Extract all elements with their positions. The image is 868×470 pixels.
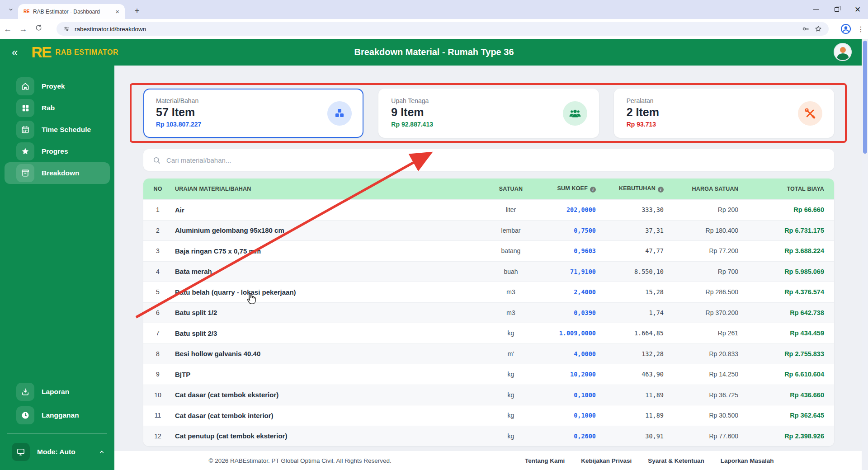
cell-total-biaya: Rp 642.738	[748, 309, 834, 316]
table-row[interactable]: 12 Cat penutup (cat tembok eksterior) kg…	[143, 426, 834, 446]
summary-card-material-bahan[interactable]: Material/Bahan 57 Item Rp 103.807.227	[143, 89, 363, 138]
card-count: 9 Item	[391, 106, 586, 119]
card-amount: Rp 93.713	[627, 121, 821, 128]
table-row[interactable]: 7 Batu split 2/3 kg 1.009,0000 1.664,85 …	[143, 323, 834, 343]
cell-harga-satuan: Rp 700	[674, 268, 748, 275]
cell-sum-koef: 0,1000	[538, 391, 606, 399]
window-minimize-button[interactable]	[806, 0, 826, 19]
cell-sum-koef: 71,9100	[538, 268, 606, 275]
reload-button[interactable]	[31, 24, 46, 34]
forward-button[interactable]: →	[15, 24, 31, 34]
cell-satuan: kg	[484, 412, 538, 419]
browser-profile-icon[interactable]	[840, 23, 852, 35]
cell-no: 11	[143, 412, 172, 419]
info-icon[interactable]: i	[590, 187, 596, 193]
new-tab-button[interactable]: +	[130, 4, 144, 18]
footer-link-laporkan-masalah[interactable]: Laporkan Masalah	[721, 457, 774, 464]
cell-harga-satuan: Rp 14.250	[674, 371, 748, 378]
cell-kebutuhan: 333,30	[606, 206, 674, 213]
tab-close-icon[interactable]: ×	[113, 8, 121, 15]
sidebar-item-proyek[interactable]: Proyek	[5, 75, 110, 97]
bookmark-star-icon[interactable]	[814, 25, 822, 33]
cell-satuan: batang	[484, 247, 538, 254]
cell-name: Batu split 1/2	[172, 309, 484, 316]
footer-link-tentang-kami[interactable]: Tentang Kami	[525, 457, 565, 464]
summary-card-peralatan[interactable]: Peralatan 2 Item Rp 93.713	[614, 89, 834, 138]
cell-harga-satuan: Rp 77.200	[674, 247, 748, 254]
cell-satuan: m'	[484, 350, 538, 357]
summary-card-upah-tenaga[interactable]: Upah Tenaga 9 Item Rp 92.887.413	[378, 89, 599, 138]
cell-name: BjTP	[172, 371, 484, 378]
table-row[interactable]: 5 Batu belah (quarry - lokasi pekerjaan)…	[143, 282, 834, 302]
cell-total-biaya: Rp 6.610.604	[748, 371, 834, 378]
cell-name: Cat dasar (cat tembok interior)	[172, 412, 484, 419]
sidebar-item-time-schedule[interactable]: Time Schedule	[5, 119, 110, 141]
table-row[interactable]: 1 Air liter 202,0000 333,30 Rp 200 Rp 66…	[143, 199, 834, 220]
sidebar-item-label: Laporan	[42, 388, 69, 396]
user-avatar[interactable]	[834, 43, 852, 61]
cell-sum-koef: 0,1000	[538, 412, 606, 419]
sidebar-bottom-nav: Laporan Langganan	[0, 380, 114, 427]
app-header: « RE RAB ESTIMATOR Breakdown Material - …	[0, 39, 868, 66]
window-close-button[interactable]: ✕	[847, 0, 868, 19]
table-row[interactable]: 9 BjTP kg 10,2000 463,90 Rp 14.250 Rp 6.…	[143, 364, 834, 385]
info-icon[interactable]: i	[658, 187, 664, 193]
footer-link-syarat-ketentuan[interactable]: Syarat & Ketentuan	[648, 457, 704, 464]
cell-kebutuhan: 1.664,85	[606, 329, 674, 337]
sidebar-item-laporan[interactable]: Laporan	[5, 380, 110, 404]
copyright-text: © 2026 RABEstimator. PT Global Optima Ci…	[209, 457, 392, 464]
cell-no: 6	[143, 309, 172, 316]
table-row[interactable]: 4 Bata merah buah 71,9100 8.550,10 Rp 70…	[143, 261, 834, 282]
col-header-uraian: URAIAN MATERIAL/BAHAN	[172, 186, 484, 192]
cell-harga-satuan: Rp 286.500	[674, 288, 748, 296]
cell-harga-satuan: Rp 370.200	[674, 309, 748, 316]
table-row[interactable]: 2 Aluminium gelombang 95x180 cm lembar 0…	[143, 220, 834, 241]
cell-name: Cat penutup (cat tembok eksterior)	[172, 432, 484, 440]
cell-total-biaya: Rp 4.376.574	[748, 288, 834, 296]
cell-total-biaya: Rp 2.398.926	[748, 432, 834, 440]
cell-sum-koef: 202,0000	[538, 206, 606, 213]
scrollbar-thumb[interactable]	[863, 41, 867, 154]
password-key-icon[interactable]	[802, 25, 810, 33]
footer-link-kebijakan-privasi[interactable]: Kebijakan Privasi	[581, 457, 632, 464]
browser-tab[interactable]: RE RAB Estimator - Dashboard ×	[18, 4, 125, 19]
tab-search-chevron-icon[interactable]	[5, 3, 17, 16]
cell-total-biaya: Rp 436.660	[748, 391, 834, 399]
url-bar[interactable]: rabestimator.id/breakdown	[57, 22, 829, 36]
cell-harga-satuan: Rp 36.725	[674, 391, 748, 399]
search-bar[interactable]	[143, 149, 834, 171]
table-header-row: NO URAIAN MATERIAL/BAHAN SATUAN SUM KOEF…	[143, 179, 834, 199]
table-row[interactable]: 6 Batu split 1/2 m3 0,0390 1,74 Rp 370.2…	[143, 302, 834, 323]
sidebar-item-rab[interactable]: Rab	[5, 97, 110, 119]
cell-name: Baja ringan C75 x 0,75 mm	[172, 247, 484, 255]
url-text[interactable]: rabestimator.id/breakdown	[75, 26, 797, 33]
cell-kebutuhan: 11,89	[606, 412, 674, 419]
sidebar-item-langganan[interactable]: Langganan	[5, 404, 110, 427]
cell-no: 12	[143, 432, 172, 440]
card-count: 2 Item	[627, 106, 821, 119]
cell-no: 10	[143, 391, 172, 399]
cell-total-biaya: Rp 3.688.224	[748, 247, 834, 254]
browser-menu-icon[interactable]: ⋮	[856, 25, 865, 33]
archive-icon	[16, 164, 34, 182]
col-header-kebutuhan: KEBUTUHANi	[606, 185, 674, 193]
cell-no: 5	[143, 288, 172, 296]
cell-sum-koef: 2,4000	[538, 288, 606, 296]
back-button[interactable]: ←	[0, 24, 15, 34]
cell-satuan: kg	[484, 432, 538, 440]
table-row[interactable]: 3 Baja ringan C75 x 0,75 mm batang 0,960…	[143, 240, 834, 261]
page-scrollbar[interactable]	[862, 39, 868, 470]
table-row[interactable]: 11 Cat dasar (cat tembok interior) kg 0,…	[143, 405, 834, 426]
chevron-up-icon[interactable]	[98, 448, 105, 456]
cell-sum-koef: 0,2600	[538, 432, 606, 440]
sidebar-item-progres[interactable]: Progres	[5, 141, 110, 162]
site-settings-icon[interactable]	[63, 25, 70, 33]
table-row[interactable]: 10 Cat dasar (cat tembok eksterior) kg 0…	[143, 385, 834, 405]
sidebar-item-breakdown[interactable]: Breakdown	[5, 162, 110, 184]
sidebar-item-mode[interactable]: Mode: Auto	[0, 440, 114, 464]
cell-sum-koef: 4,0000	[538, 350, 606, 357]
window-restore-button[interactable]	[826, 0, 847, 19]
search-input[interactable]	[166, 156, 825, 164]
table-row[interactable]: 8 Besi hollow galvanis 40.40 m' 4,0000 1…	[143, 343, 834, 364]
cell-total-biaya: Rp 434.459	[748, 329, 834, 337]
